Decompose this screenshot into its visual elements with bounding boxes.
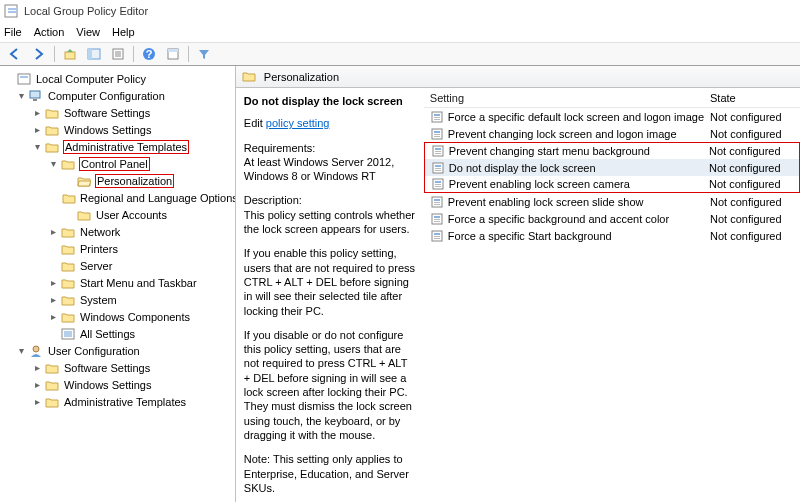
tree-server[interactable]: Server <box>0 257 235 274</box>
expand-icon[interactable]: ▸ <box>30 379 44 390</box>
tree-all-settings[interactable]: All Settings <box>0 325 235 342</box>
svg-rect-40 <box>435 181 441 183</box>
description-para: If you enable this policy setting, users… <box>244 246 416 317</box>
folder-icon <box>76 208 92 222</box>
menu-help[interactable]: Help <box>112 26 135 38</box>
expand-icon[interactable]: ▸ <box>46 294 60 305</box>
tree-personalization[interactable]: Personalization <box>0 172 235 189</box>
list-header[interactable]: Setting State <box>424 88 800 108</box>
folder-icon <box>60 310 76 324</box>
tree-label: Software Settings <box>63 362 151 374</box>
policy-row[interactable]: Prevent changing lock screen and logon i… <box>424 125 800 142</box>
forward-button[interactable] <box>28 44 50 64</box>
svg-rect-38 <box>435 170 441 171</box>
menu-view[interactable]: View <box>76 26 100 38</box>
policy-state: Not configured <box>703 145 799 157</box>
col-state[interactable]: State <box>704 92 800 104</box>
back-button[interactable] <box>4 44 26 64</box>
folder-icon <box>44 123 60 137</box>
policy-row[interactable]: Force a specific Start backgroundNot con… <box>424 227 800 244</box>
policy-state: Not configured <box>704 196 800 208</box>
tree-windows-components[interactable]: ▸ Windows Components <box>0 308 235 325</box>
show-hide-tree-button[interactable] <box>83 44 105 64</box>
svg-rect-34 <box>435 153 441 154</box>
collapse-icon[interactable]: ▾ <box>46 158 60 169</box>
tree-system[interactable]: ▸ System <box>0 291 235 308</box>
tree-windows-settings[interactable]: ▸ Windows Settings <box>0 121 235 138</box>
expand-icon[interactable]: ▸ <box>46 277 60 288</box>
svg-rect-37 <box>435 168 441 169</box>
filter-button[interactable] <box>193 44 215 64</box>
tree-user-admin-templates[interactable]: ▸ Administrative Templates <box>0 393 235 410</box>
col-setting[interactable]: Setting <box>424 92 704 104</box>
folder-icon <box>62 191 76 205</box>
svg-rect-3 <box>65 52 75 59</box>
tree-user-accounts[interactable]: User Accounts <box>0 206 235 223</box>
user-icon <box>28 344 44 358</box>
policy-row[interactable]: Do not display the lock screenNot config… <box>424 159 800 176</box>
edit-policy-link[interactable]: policy setting <box>266 117 330 129</box>
tree-label: Computer Configuration <box>47 90 166 102</box>
expand-icon[interactable]: ▸ <box>46 226 60 237</box>
properties-button[interactable] <box>162 44 184 64</box>
tree-network[interactable]: ▸ Network <box>0 223 235 240</box>
expand-icon[interactable]: ▸ <box>30 362 44 373</box>
tree-regional-options[interactable]: Regional and Language Options <box>0 189 235 206</box>
expand-icon[interactable]: ▸ <box>30 107 44 118</box>
title-bar: Local Group Policy Editor <box>0 0 800 22</box>
policy-row[interactable]: Force a specific background and accent c… <box>424 210 800 227</box>
policy-name: Force a specific Start background <box>448 230 704 242</box>
expand-icon[interactable]: ▸ <box>30 396 44 407</box>
up-button[interactable] <box>59 44 81 64</box>
tree-printers[interactable]: Printers <box>0 240 235 257</box>
tree-software-settings[interactable]: ▸ Software Settings <box>0 104 235 121</box>
expand-icon[interactable]: ▸ <box>46 311 60 322</box>
policy-name: Force a specific default lock screen and… <box>448 111 704 123</box>
tree-administrative-templates[interactable]: ▾ Administrative Templates <box>0 138 235 155</box>
policy-row[interactable]: Prevent enabling lock screen cameraNot c… <box>424 176 800 193</box>
tree-root[interactable]: Local Computer Policy <box>0 70 235 87</box>
description-column: Do not display the lock screen Edit poli… <box>236 88 424 502</box>
folder-icon <box>44 395 60 409</box>
folder-icon <box>60 242 76 256</box>
policy-row[interactable]: Prevent enabling lock screen slide showN… <box>424 193 800 210</box>
tree-control-panel[interactable]: ▾ Control Panel <box>0 155 235 172</box>
svg-rect-52 <box>434 233 440 235</box>
menu-bar: File Action View Help <box>0 22 800 42</box>
svg-rect-41 <box>435 184 441 185</box>
collapse-icon[interactable]: ▾ <box>14 345 28 356</box>
tree-computer-config[interactable]: ▾ Computer Configuration <box>0 87 235 104</box>
tree-start-menu-taskbar[interactable]: ▸ Start Menu and Taskbar <box>0 274 235 291</box>
policy-state: Not configured <box>704 213 800 225</box>
policy-row[interactable]: Force a specific default lock screen and… <box>424 108 800 125</box>
tree-user-windows-settings[interactable]: ▸ Windows Settings <box>0 376 235 393</box>
folder-icon <box>44 361 60 375</box>
tree-user-config[interactable]: ▾ User Configuration <box>0 342 235 359</box>
tree-user-software-settings[interactable]: ▸ Software Settings <box>0 359 235 376</box>
svg-text:?: ? <box>146 48 153 60</box>
expand-icon[interactable]: ▸ <box>30 124 44 135</box>
svg-rect-32 <box>435 148 441 150</box>
svg-rect-48 <box>434 216 440 218</box>
policy-icon <box>431 144 445 158</box>
svg-rect-5 <box>88 49 92 59</box>
policy-state: Not configured <box>703 162 799 174</box>
menu-file[interactable]: File <box>4 26 22 38</box>
policy-name: Prevent changing start menu background <box>449 145 703 157</box>
folder-icon <box>60 276 76 290</box>
help-button[interactable]: ? <box>138 44 160 64</box>
collapse-icon[interactable]: ▾ <box>14 90 28 101</box>
svg-rect-25 <box>434 117 440 118</box>
policy-name: Prevent enabling lock screen camera <box>449 178 703 190</box>
tree-label: Network <box>79 226 121 238</box>
export-list-button[interactable] <box>107 44 129 64</box>
policy-icon <box>431 177 445 191</box>
tree-panel[interactable]: Local Computer Policy ▾ Computer Configu… <box>0 66 236 502</box>
policy-root-icon <box>16 72 32 86</box>
svg-rect-44 <box>434 199 440 201</box>
policy-list[interactable]: Setting State Force a specific default l… <box>424 88 800 502</box>
menu-action[interactable]: Action <box>34 26 65 38</box>
policy-row[interactable]: Prevent changing start menu backgroundNo… <box>424 142 800 159</box>
tree-label: Software Settings <box>63 107 151 119</box>
collapse-icon[interactable]: ▾ <box>30 141 44 152</box>
